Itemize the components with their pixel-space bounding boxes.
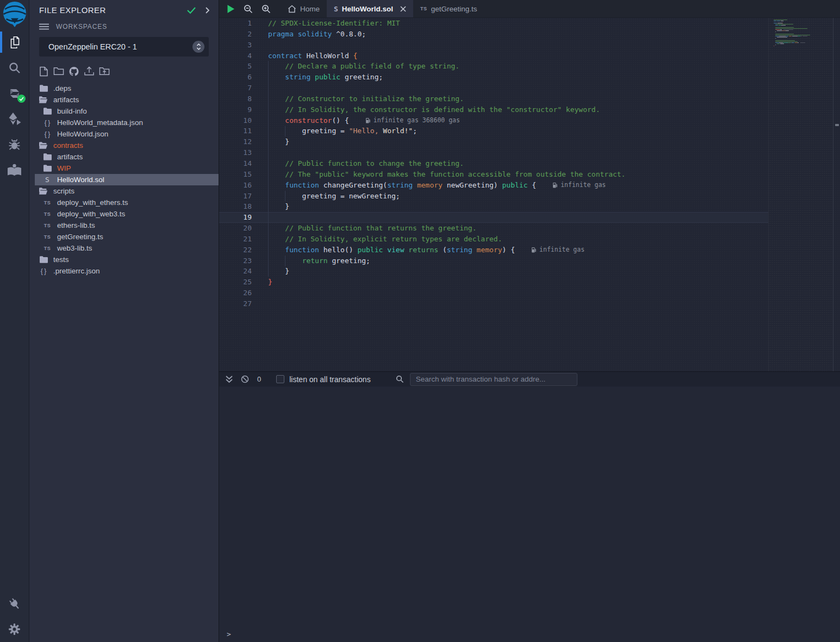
- tree-item-deploy-with-web3-ts[interactable]: TSdeploy_with_web3.ts: [29, 208, 219, 220]
- activity-learneth-icon[interactable]: [0, 157, 29, 183]
- terminal-search-input[interactable]: [410, 373, 577, 386]
- tree-item-artifacts[interactable]: artifacts: [29, 94, 219, 105]
- code-line[interactable]: 22 function hello() public view returns …: [219, 245, 768, 255]
- code-line[interactable]: 10 constructor() {infinite gas 368600 ga…: [219, 115, 768, 126]
- code-line[interactable]: 11 greeting = "Hello, World!";: [219, 126, 768, 136]
- tab-helloworld-sol[interactable]: SHelloWorld.sol: [327, 0, 413, 17]
- zoom-in-icon[interactable]: [262, 4, 271, 14]
- workspace-select-value: OpenZeppelin ERC20 - 1: [48, 42, 137, 51]
- line-number: 3: [219, 40, 252, 51]
- tab-label: getGreeting.ts: [431, 5, 477, 13]
- code-line[interactable]: 25}: [219, 277, 768, 288]
- github-icon[interactable]: [69, 66, 79, 77]
- tab-home[interactable]: Home: [281, 0, 327, 17]
- panel-title: FILE EXPLORER: [39, 5, 186, 15]
- tabs: HomeSHelloWorld.solTSgetGreeting.ts: [281, 0, 484, 17]
- activity-search-icon[interactable]: [0, 55, 29, 80]
- line-number: 4: [219, 51, 252, 61]
- code-line[interactable]: 26: [219, 288, 768, 298]
- line-number: 23: [219, 255, 252, 266]
- line-number: 24: [219, 266, 252, 277]
- tab-label: Home: [300, 5, 320, 13]
- code-line[interactable]: 8 // Constructor to initialize the greet…: [219, 94, 768, 104]
- code-line[interactable]: 19: [219, 212, 768, 223]
- close-tab-icon[interactable]: [400, 6, 406, 12]
- tree-item-helloworld-sol[interactable]: SHelloWorld.sol: [29, 174, 219, 185]
- code-line[interactable]: 14 // Public function to change the gree…: [219, 158, 768, 169]
- new-file-icon[interactable]: [38, 66, 49, 77]
- tree-item-wip[interactable]: WIP: [29, 163, 219, 174]
- code-line[interactable]: 12 }: [219, 136, 768, 147]
- code-line[interactable]: 27: [219, 298, 768, 309]
- collapse-chevron-icon[interactable]: [205, 7, 210, 14]
- typescript-icon: TS: [43, 246, 52, 251]
- line-content: // In Solidity, the constructor is defin…: [268, 104, 600, 115]
- clear-console-icon[interactable]: [241, 375, 249, 383]
- line-content: // In Solidity, explicit return types ar…: [268, 234, 502, 245]
- tree-item-web3-lib-ts[interactable]: TSweb3-lib.ts: [29, 242, 219, 254]
- tree-item-scripts[interactable]: scripts: [29, 185, 219, 197]
- expand-terminal-icon[interactable]: [225, 375, 233, 384]
- listen-label: listen on all transactions: [289, 375, 370, 384]
- tree-item-label: build-info: [57, 107, 87, 115]
- line-number: 8: [219, 94, 252, 104]
- tree-item-getgreeting-ts[interactable]: TSgetGreeting.ts: [29, 231, 219, 242]
- activity-plugin-icon[interactable]: [0, 591, 29, 616]
- activity-settings-icon[interactable]: [0, 616, 29, 642]
- remix-logo-icon[interactable]: [0, 0, 29, 29]
- upload-folder-icon[interactable]: [99, 66, 110, 77]
- zoom-out-icon[interactable]: [244, 4, 253, 14]
- listen-checkbox[interactable]: [276, 375, 284, 383]
- code-line[interactable]: 13: [219, 147, 768, 158]
- line-number: 13: [219, 147, 252, 158]
- code-line[interactable]: 15 // The "public" keyword makes the fun…: [219, 169, 768, 180]
- code-line[interactable]: 20 // Public function that returns the g…: [219, 223, 768, 234]
- code-line[interactable]: 9 // In Solidity, the constructor is def…: [219, 104, 768, 115]
- indent-guide: [285, 191, 285, 202]
- accept-check-icon[interactable]: [186, 7, 196, 14]
- tree-item--prettierrc-json[interactable]: { }.prettierrc.json: [29, 265, 219, 277]
- tree-item-build-info[interactable]: build-info: [29, 105, 219, 117]
- code-line[interactable]: 6 string public greeting;: [219, 72, 768, 83]
- tree-item-helloworld-metadata-json[interactable]: { }HelloWorld_metadata.json: [29, 117, 219, 128]
- line-content: // Public function to change the greetin…: [268, 158, 464, 169]
- activity-solidity-compiler-icon[interactable]: [0, 80, 29, 106]
- tree-item-ethers-lib-ts[interactable]: TSethers-lib.ts: [29, 220, 219, 231]
- code-line[interactable]: 17 greeting = newGreeting;: [219, 191, 768, 202]
- tree-item-contracts[interactable]: contracts: [29, 140, 219, 151]
- code-line[interactable]: 5 // Declare a public field of type stri…: [219, 61, 768, 72]
- upload-file-icon[interactable]: [84, 66, 95, 77]
- code-line[interactable]: 16 function changeGreeting(string memory…: [219, 180, 768, 191]
- code-line[interactable]: 23 return greeting;: [219, 255, 768, 266]
- code-line[interactable]: 24 }: [219, 266, 768, 277]
- tree-item-artifacts[interactable]: artifacts: [29, 151, 219, 163]
- activity-debugger-icon[interactable]: [0, 132, 29, 157]
- overview-ruler[interactable]: [835, 18, 840, 371]
- code-editor[interactable]: 1// SPDX-License-Identifier: MIT2pragma …: [219, 18, 840, 371]
- code-line[interactable]: 2pragma solidity ^0.8.0;: [219, 29, 768, 40]
- tree-item-deploy-with-ethers-ts[interactable]: TSdeploy_with_ethers.ts: [29, 197, 219, 208]
- minimap[interactable]: [768, 18, 833, 371]
- new-folder-icon[interactable]: [53, 66, 64, 77]
- scrollbar-thumb[interactable]: [835, 124, 839, 126]
- code-line[interactable]: 4contract HelloWorld {: [219, 51, 768, 61]
- activity-file-explorer-icon[interactable]: [0, 29, 29, 55]
- workspace-select[interactable]: OpenZeppelin ERC20 - 1: [39, 37, 209, 57]
- activity-bar: [0, 0, 29, 642]
- code-line[interactable]: 3: [219, 40, 768, 51]
- code-line[interactable]: 21 // In Solidity, explicit return types…: [219, 234, 768, 245]
- tree-item-tests[interactable]: tests: [29, 254, 219, 265]
- run-icon[interactable]: [227, 4, 235, 14]
- code-line[interactable]: 1// SPDX-License-Identifier: MIT: [219, 18, 768, 29]
- workspaces-menu-icon[interactable]: [39, 23, 49, 30]
- tree-item-label: HelloWorld.sol: [57, 176, 104, 184]
- line-content: // Public function that returns the gree…: [268, 223, 477, 234]
- code-line[interactable]: 18 }: [219, 201, 768, 212]
- tab-getgreeting-ts[interactable]: TSgetGreeting.ts: [413, 0, 484, 17]
- tree-item--deps[interactable]: .deps: [29, 83, 219, 94]
- activity-deploy-run-icon[interactable]: [0, 106, 29, 132]
- code-line[interactable]: 7: [219, 83, 768, 94]
- tree-item-helloworld-json[interactable]: { }HelloWorld.json: [29, 128, 219, 140]
- line-content: }: [268, 201, 289, 212]
- terminal[interactable]: >: [219, 387, 840, 642]
